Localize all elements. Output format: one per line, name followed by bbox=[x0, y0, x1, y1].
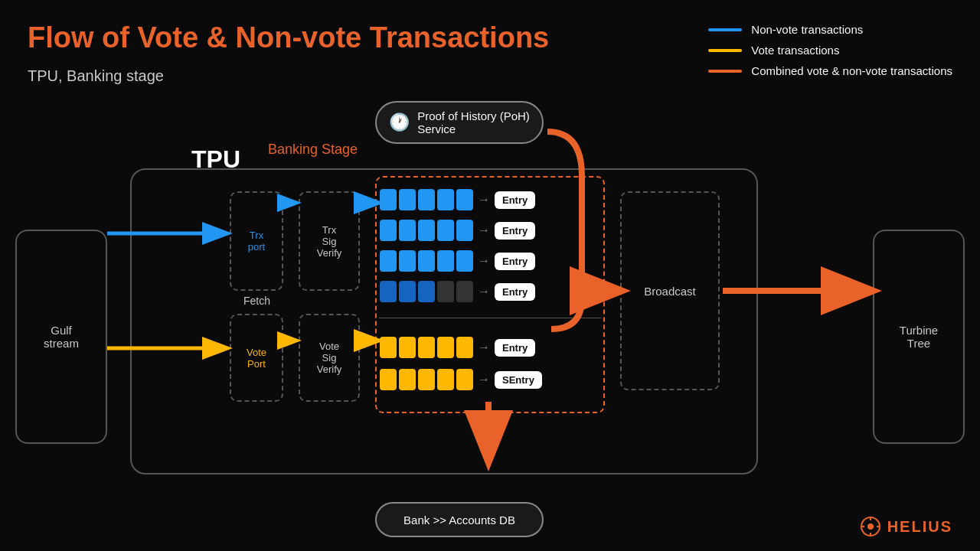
legend-item-vote: Vote transactions bbox=[708, 44, 952, 57]
block-3-5 bbox=[456, 250, 473, 272]
block-1-1 bbox=[380, 189, 397, 210]
legend-item-combined: Combined vote & non-vote transactions bbox=[708, 64, 952, 77]
page-subtitle: TPU, Banking stage bbox=[28, 67, 164, 85]
vote-sig-label: VoteSigVerify bbox=[317, 341, 342, 375]
page-title: Flow of Vote & Non-vote Transactions bbox=[28, 21, 549, 54]
entry-row-2: → Entry bbox=[380, 220, 535, 241]
vote-sig-box: VoteSigVerify bbox=[299, 314, 360, 402]
blocks-group-4 bbox=[380, 281, 473, 302]
block-6-3 bbox=[418, 369, 435, 390]
gulfstream-label: Gulfstream bbox=[44, 324, 79, 350]
block-4-1 bbox=[380, 281, 397, 302]
entry-pill-1: Entry bbox=[495, 191, 535, 209]
block-5-3 bbox=[418, 337, 435, 358]
arrow-6: → bbox=[478, 373, 490, 386]
block-4-4 bbox=[437, 281, 454, 302]
turbine-label: TurbineTree bbox=[900, 324, 938, 350]
legend-label-vote: Vote transactions bbox=[751, 44, 839, 57]
entry-row-4: → Entry bbox=[380, 281, 535, 302]
block-6-2 bbox=[399, 369, 416, 390]
legend-item-nonvote: Non-vote transactions bbox=[708, 23, 952, 36]
helius-label: HELIUS bbox=[887, 518, 952, 536]
vote-port-box: VotePort bbox=[230, 314, 283, 402]
blocks-group-6 bbox=[380, 369, 473, 390]
entry-pill-6: SEntry bbox=[495, 371, 542, 389]
block-3-4 bbox=[437, 250, 454, 272]
legend-label-combined: Combined vote & non-vote transactions bbox=[751, 64, 952, 77]
blocks-group-5 bbox=[380, 337, 473, 358]
broadcast-label: Broadcast bbox=[644, 285, 696, 298]
separator-line bbox=[379, 318, 601, 318]
block-4-2 bbox=[399, 281, 416, 302]
entry-pill-5: Entry bbox=[495, 339, 535, 357]
trx-sig-box: TrxSigVerify bbox=[299, 191, 360, 291]
helius-logo: HELIUS bbox=[860, 516, 952, 537]
arrow-3: → bbox=[478, 254, 490, 268]
block-6-4 bbox=[437, 369, 454, 390]
entry-pill-4: Entry bbox=[495, 283, 535, 301]
vote-port-label: VotePort bbox=[247, 347, 266, 370]
block-6-5 bbox=[456, 369, 473, 390]
blocks-group-2 bbox=[380, 220, 473, 241]
legend-line-vote bbox=[708, 49, 742, 52]
block-1-3 bbox=[418, 189, 435, 210]
poh-box: 🕐 Proof of History (PoH)Service bbox=[375, 101, 544, 144]
block-3-3 bbox=[418, 250, 435, 272]
block-5-1 bbox=[380, 337, 397, 358]
block-3-1 bbox=[380, 250, 397, 272]
block-3-2 bbox=[399, 250, 416, 272]
legend-line-combined bbox=[708, 70, 742, 73]
poh-label: Proof of History (PoH)Service bbox=[417, 109, 530, 135]
block-2-3 bbox=[418, 220, 435, 241]
turbine-box: TurbineTree bbox=[873, 230, 965, 444]
block-1-2 bbox=[399, 189, 416, 210]
entry-pill-2: Entry bbox=[495, 222, 535, 240]
fetch-label: Fetch bbox=[243, 295, 270, 307]
broadcast-box: Broadcast bbox=[620, 191, 720, 390]
legend-label-nonvote: Non-vote transactions bbox=[751, 23, 863, 36]
poh-clock-icon: 🕐 bbox=[389, 112, 410, 132]
block-2-1 bbox=[380, 220, 397, 241]
block-2-5 bbox=[456, 220, 473, 241]
blocks-group-3 bbox=[380, 250, 473, 272]
block-1-5 bbox=[456, 189, 473, 210]
blocks-group-1 bbox=[380, 189, 473, 210]
entry-row-3: → Entry bbox=[380, 250, 535, 272]
diagram: 🕐 Proof of History (PoH)Service TPU Bank… bbox=[0, 92, 980, 551]
block-2-2 bbox=[399, 220, 416, 241]
legend-line-nonvote bbox=[708, 28, 742, 31]
block-5-4 bbox=[437, 337, 454, 358]
arrow-2: → bbox=[478, 223, 490, 237]
entry-row-1: → Entry bbox=[380, 189, 535, 210]
helius-icon bbox=[860, 516, 881, 537]
block-5-5 bbox=[456, 337, 473, 358]
block-1-4 bbox=[437, 189, 454, 210]
arrow-5: → bbox=[478, 341, 490, 354]
block-4-5 bbox=[456, 281, 473, 302]
block-4-3 bbox=[418, 281, 435, 302]
block-5-2 bbox=[399, 337, 416, 358]
gulfstream-box: Gulfstream bbox=[15, 230, 107, 444]
entry-pill-3: Entry bbox=[495, 253, 535, 270]
trx-sig-label: TrxSigVerify bbox=[317, 224, 342, 259]
bank-db-box: Bank >> Accounts DB bbox=[375, 502, 544, 537]
entry-row-6: → SEntry bbox=[380, 369, 542, 390]
arrow-4: → bbox=[478, 285, 490, 298]
banking-stage-label: Banking Stage bbox=[268, 142, 358, 158]
trx-port-box: Trxport bbox=[230, 191, 283, 291]
entry-row-5: → Entry bbox=[380, 337, 535, 358]
arrow-1: → bbox=[478, 193, 490, 207]
legend: Non-vote transactions Vote transactions … bbox=[708, 23, 952, 77]
bank-db-label: Bank >> Accounts DB bbox=[403, 514, 515, 527]
block-6-1 bbox=[380, 369, 397, 390]
svg-point-1 bbox=[867, 523, 874, 530]
trx-port-label: Trxport bbox=[248, 230, 265, 253]
block-2-4 bbox=[437, 220, 454, 241]
